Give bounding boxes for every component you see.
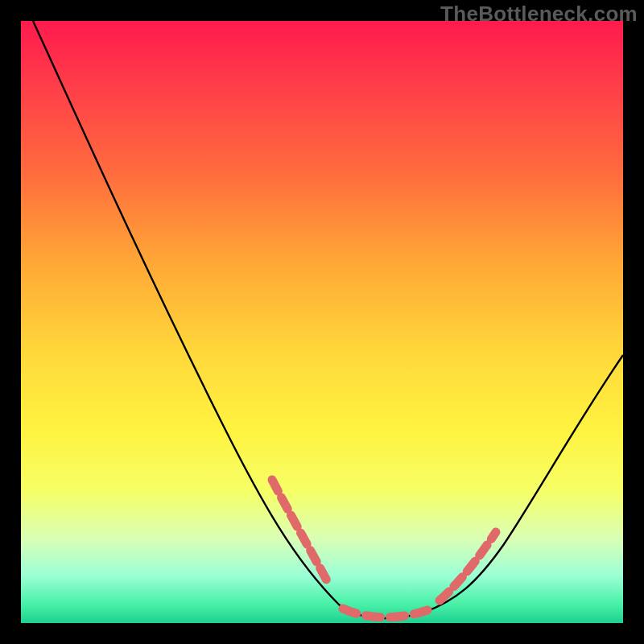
plot-area (21, 21, 623, 623)
curve-path (33, 21, 623, 618)
marker-floor-dashes (343, 609, 427, 617)
bottleneck-curve (21, 21, 623, 623)
watermark-text: TheBottleneck.com (440, 2, 638, 27)
chart-frame: TheBottleneck.com (0, 0, 644, 644)
